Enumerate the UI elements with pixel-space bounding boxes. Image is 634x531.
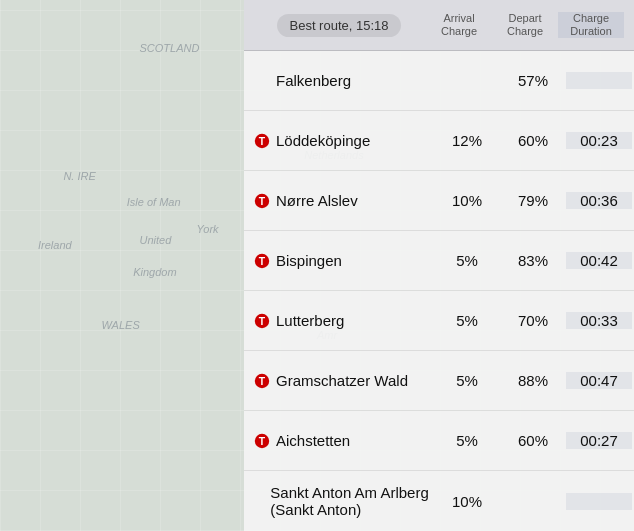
charge-duration: 00:23 — [566, 132, 632, 149]
table-row: T Löddeköpinge 12% 60% 00:23 — [244, 111, 634, 171]
arrival-charge — [434, 72, 500, 89]
map-label: Ireland — [38, 239, 72, 251]
map-label: Isle of Man — [127, 196, 181, 208]
header-charge-duration: Charge Duration — [558, 12, 624, 38]
charge-duration — [566, 72, 632, 89]
row-columns: 57% — [434, 72, 634, 89]
charge-duration: 00:42 — [566, 252, 632, 269]
table-row: Falkenberg 57% — [244, 51, 634, 111]
row-columns: 12% 60% 00:23 — [434, 132, 634, 149]
header-depart-charge: Depart Charge — [492, 12, 558, 38]
supercharger-icon: T — [254, 193, 270, 209]
row-name: Sankt Anton Am Arlberg (Sankt Anton) — [244, 484, 434, 518]
arrival-charge: 12% — [434, 132, 500, 149]
depart-charge: 57% — [500, 72, 566, 89]
table-row: T Aichstetten 5% 60% 00:27 — [244, 411, 634, 471]
depart-charge: 60% — [500, 432, 566, 449]
supercharger-icon: T — [254, 253, 270, 269]
table-row: T Gramschatzer Wald 5% 88% 00:47 — [244, 351, 634, 411]
row-columns: 10% — [434, 493, 634, 510]
svg-text:T: T — [259, 196, 266, 207]
arrival-charge: 10% — [434, 192, 500, 209]
map-label: Kingdom — [133, 266, 176, 278]
charge-duration: 00:36 — [566, 192, 632, 209]
depart-charge: 88% — [500, 372, 566, 389]
charge-duration: 00:33 — [566, 312, 632, 329]
svg-text:T: T — [259, 436, 266, 447]
depart-charge: 70% — [500, 312, 566, 329]
arrival-charge: 5% — [434, 432, 500, 449]
stop-name: Gramschatzer Wald — [276, 372, 408, 389]
charge-duration: 00:47 — [566, 372, 632, 389]
svg-text:T: T — [259, 136, 266, 147]
row-name: T Aichstetten — [244, 432, 434, 449]
stop-name: Lutterberg — [276, 312, 344, 329]
arrival-charge: 5% — [434, 252, 500, 269]
map-label: United — [139, 234, 171, 246]
best-route-label-container: Best route, 15:18 — [252, 14, 426, 37]
map-label: SCOTLAND — [139, 42, 199, 54]
best-route-badge: Best route, 15:18 — [277, 14, 400, 37]
supercharger-icon: T — [254, 433, 270, 449]
map-label: WALES — [101, 319, 139, 331]
row-name: T Gramschatzer Wald — [244, 372, 434, 389]
table-row: T Bispingen 5% 83% 00:42 — [244, 231, 634, 291]
row-columns: 5% 60% 00:27 — [434, 432, 634, 449]
table-row: T Lutterberg 5% 70% 00:33 — [244, 291, 634, 351]
depart-charge: 79% — [500, 192, 566, 209]
svg-text:T: T — [259, 376, 266, 387]
svg-text:T: T — [259, 316, 266, 327]
row-columns: 10% 79% 00:36 — [434, 192, 634, 209]
depart-charge — [500, 493, 566, 510]
table-row: T Nørre Alslev 10% 79% 00:36 — [244, 171, 634, 231]
rows-container: Falkenberg 57% T Löddeköpinge 12% 60% 00… — [244, 51, 634, 531]
row-columns: 5% 83% 00:42 — [434, 252, 634, 269]
arrival-charge: 10% — [434, 493, 500, 510]
charge-duration: 00:27 — [566, 432, 632, 449]
table-header: Best route, 15:18 Arrival Charge Depart … — [244, 0, 634, 51]
depart-charge: 83% — [500, 252, 566, 269]
depart-charge: 60% — [500, 132, 566, 149]
row-name: Falkenberg — [244, 72, 434, 89]
row-name: T Löddeköpinge — [244, 132, 434, 149]
map-label: York — [197, 223, 219, 235]
map-label: N. IRE — [63, 170, 95, 182]
stop-name: Nørre Alslev — [276, 192, 358, 209]
stop-name: Löddeköpinge — [276, 132, 370, 149]
table-row: Sankt Anton Am Arlberg (Sankt Anton) 10% — [244, 471, 634, 531]
header-arrival-charge: Arrival Charge — [426, 12, 492, 38]
stop-name: Sankt Anton Am Arlberg (Sankt Anton) — [270, 484, 434, 518]
row-columns: 5% 88% 00:47 — [434, 372, 634, 389]
route-table: Best route, 15:18 Arrival Charge Depart … — [244, 0, 634, 531]
supercharger-icon: T — [254, 313, 270, 329]
arrival-charge: 5% — [434, 372, 500, 389]
stop-name: Aichstetten — [276, 432, 350, 449]
arrival-charge: 5% — [434, 312, 500, 329]
row-columns: 5% 70% 00:33 — [434, 312, 634, 329]
supercharger-icon: T — [254, 373, 270, 389]
charge-duration — [566, 493, 632, 510]
stop-name: Bispingen — [276, 252, 342, 269]
row-name: T Bispingen — [244, 252, 434, 269]
stop-name: Falkenberg — [276, 72, 351, 89]
row-name: T Nørre Alslev — [244, 192, 434, 209]
supercharger-icon: T — [254, 133, 270, 149]
header-columns: Arrival Charge Depart Charge Charge Dura… — [426, 12, 626, 38]
row-name: T Lutterberg — [244, 312, 434, 329]
svg-text:T: T — [259, 256, 266, 267]
